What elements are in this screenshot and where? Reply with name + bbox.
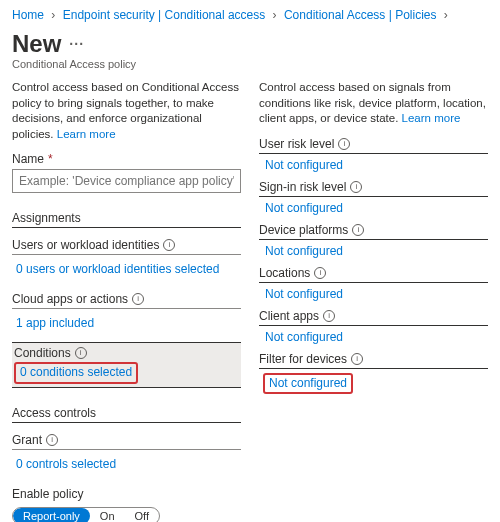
breadcrumb-home[interactable]: Home	[12, 8, 44, 22]
info-icon[interactable]: i	[352, 224, 364, 236]
conditions-value[interactable]: 0 conditions selected	[14, 362, 138, 384]
info-icon[interactable]: i	[163, 239, 175, 251]
toggle-on[interactable]: On	[90, 508, 125, 522]
filter-devices-value[interactable]: Not configured	[263, 373, 353, 395]
breadcrumb: Home › Endpoint security | Conditional a…	[12, 8, 488, 22]
apps-label: Cloud apps or actions i	[12, 288, 241, 309]
signin-risk-value[interactable]: Not configured	[259, 199, 488, 219]
apps-value[interactable]: 1 app included	[12, 313, 241, 336]
filter-devices-label: Filter for devices i	[259, 352, 488, 368]
device-platforms-value[interactable]: Not configured	[259, 242, 488, 262]
chevron-right-icon: ›	[273, 8, 277, 22]
assignments-heading: Assignments	[12, 207, 241, 228]
info-icon[interactable]: i	[132, 293, 144, 305]
client-apps-label: Client apps i	[259, 309, 488, 325]
locations-value[interactable]: Not configured	[259, 285, 488, 305]
info-icon[interactable]: i	[338, 138, 350, 150]
right-column: Control access based on signals from con…	[259, 80, 488, 477]
info-icon[interactable]: i	[75, 347, 87, 359]
info-icon[interactable]: i	[350, 181, 362, 193]
chevron-right-icon: ›	[51, 8, 55, 22]
info-icon[interactable]: i	[323, 310, 335, 322]
grant-label: Grant i	[12, 429, 241, 450]
learn-more-left[interactable]: Learn more	[57, 128, 116, 140]
toggle-off[interactable]: Off	[125, 508, 159, 522]
info-icon[interactable]: i	[314, 267, 326, 279]
toggle-report-only[interactable]: Report-only	[13, 508, 90, 522]
user-risk-value[interactable]: Not configured	[259, 156, 488, 176]
conditions-section: Conditions i 0 conditions selected	[12, 342, 241, 388]
right-intro: Control access based on signals from con…	[259, 80, 488, 127]
enable-policy-toggle[interactable]: Report-only On Off	[12, 507, 160, 522]
name-input[interactable]	[12, 169, 241, 193]
footer: Enable policy Report-only On Off Create	[12, 487, 488, 522]
left-intro: Control access based on Conditional Acce…	[12, 80, 241, 142]
learn-more-right[interactable]: Learn more	[402, 112, 461, 124]
info-icon[interactable]: i	[46, 434, 58, 446]
device-platforms-label: Device platforms i	[259, 223, 488, 239]
page-subtitle: Conditional Access policy	[12, 58, 488, 70]
name-label: Name*	[12, 152, 241, 166]
user-risk-label: User risk level i	[259, 137, 488, 153]
breadcrumb-conditional-access[interactable]: Conditional Access | Policies	[284, 8, 437, 22]
enable-policy-label: Enable policy	[12, 487, 488, 501]
locations-label: Locations i	[259, 266, 488, 282]
signin-risk-label: Sign-in risk level i	[259, 180, 488, 196]
more-icon[interactable]: ···	[69, 36, 84, 52]
users-value[interactable]: 0 users or workload identities selected	[12, 259, 241, 282]
access-controls-heading: Access controls	[12, 402, 241, 423]
grant-value[interactable]: 0 controls selected	[12, 454, 241, 477]
page-title: New ···	[12, 30, 488, 58]
chevron-right-icon: ›	[444, 8, 448, 22]
client-apps-value[interactable]: Not configured	[259, 328, 488, 348]
breadcrumb-endpoint-security[interactable]: Endpoint security | Conditional access	[63, 8, 266, 22]
conditions-label: Conditions	[14, 346, 71, 360]
left-column: Control access based on Conditional Acce…	[12, 80, 241, 477]
users-label: Users or workload identities i	[12, 234, 241, 255]
info-icon[interactable]: i	[351, 353, 363, 365]
